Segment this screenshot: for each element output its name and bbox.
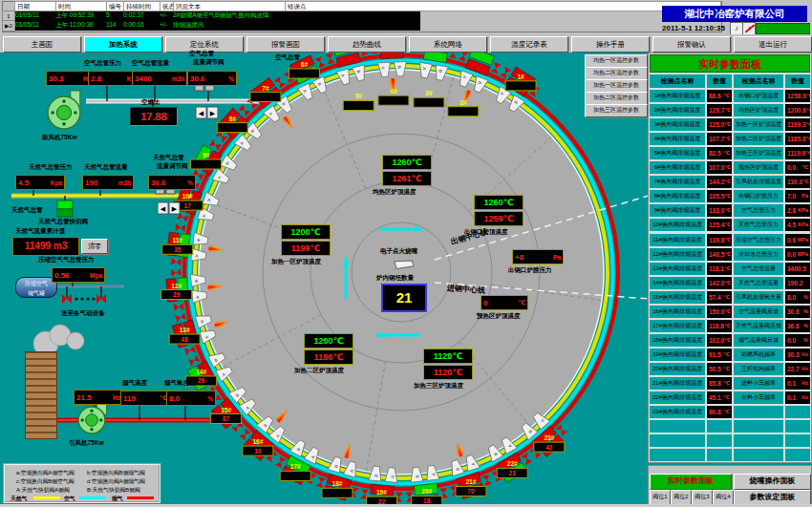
panel-point-value: 22.7Hz (785, 363, 810, 375)
panel-point-value: 190.2 (785, 277, 810, 289)
panel-point-name: 5#换向阀排烟温度 (650, 147, 705, 159)
panel-point-name: 出料小车频率 (734, 391, 783, 404)
menu-button-4[interactable]: 趋势曲线 (328, 36, 406, 53)
valve-adjust-button[interactable]: ▶ (169, 202, 180, 214)
gas-quick-valve-label: 天然气总管快切阀 (38, 218, 88, 226)
panel-point-name: 4#换向阀排烟温度 (650, 133, 705, 145)
zone-param-button-0[interactable]: 均热一区温控参数 (585, 54, 648, 68)
menu-button-6[interactable]: 温度记录表 (490, 36, 568, 53)
panel-point-value: 125.4℃ (707, 219, 732, 231)
panel-point-name: 助燃风机频率 (734, 349, 783, 361)
clear-totalizer-button[interactable]: 清零 (81, 239, 108, 254)
menu-button-5[interactable]: 系统网络 (409, 36, 487, 53)
valve-position-button-4[interactable]: 阀位4 (713, 490, 734, 505)
valve-adjust-button[interactable]: ◀ (158, 202, 168, 214)
panel-point-value (785, 420, 810, 433)
instrument-value: 30.3Hz (46, 71, 94, 86)
instrument-label: 压缩空气气总管压力 (38, 256, 95, 264)
panel-point-value: 0.0% (785, 334, 810, 347)
menu-button-0[interactable]: 主画面 (3, 36, 81, 53)
alarm-row[interactable]: 01/05/11上午 09:52:3950:02:37+/-2#烧嘴A侧空气B侧… (14, 11, 717, 20)
svg-text:A: A (196, 295, 199, 300)
panel-point-value (707, 420, 732, 433)
panel-point-name: 2#换向阀排烟温度 (650, 104, 705, 116)
zone-setpoint: 1200℃ (304, 333, 353, 349)
alarm-mute-icon[interactable]: ♪ (742, 22, 756, 35)
svg-text:B: B (195, 279, 198, 284)
value: 36.6 (151, 179, 166, 187)
valve-position-button-3[interactable]: 阀位3 (692, 490, 713, 505)
svg-text:87: 87 (223, 415, 230, 422)
value: 30.3 (49, 74, 64, 83)
panel-point-value: 0.0MPa (785, 248, 810, 261)
zone-temperature: 1120℃ (423, 365, 473, 380)
gas-quick-cut-valve[interactable] (57, 201, 73, 217)
settings-panel-button[interactable]: 参数设定面板 (734, 490, 811, 505)
instrument-value: 119℃ (120, 391, 170, 406)
panel-point-value: 80.8℃ (707, 406, 732, 418)
zone-label: 预热区炉顶温度 (477, 312, 521, 321)
alarm-field: 114 (106, 20, 116, 30)
panel-point-name (650, 434, 705, 447)
panel-point-value: 50.5℃ (707, 363, 732, 375)
panel-point-value: 36.6% (785, 320, 810, 332)
panel-point-value: 105.5℃ (707, 190, 732, 202)
scada-window: 日期时间编号持续时间状态消息文本错误点101/05/11上午 09:52:395… (0, 0, 812, 507)
panel-point-name: 天然气总管流量 (734, 277, 783, 289)
panel-point-value (785, 434, 810, 447)
svg-text:B: B (197, 238, 201, 243)
menu-bar: 主画面加热系统定位系统报警画面趋势曲线系统网络温度记录表操作手册报警确认退出运行 (0, 34, 812, 53)
alarm-field: 0:02:37 (123, 11, 144, 20)
value: 4.5 (18, 179, 29, 187)
instrument-value: 3400m3h (132, 71, 187, 86)
valve-adjust-button[interactable]: ▶ (207, 107, 218, 118)
panel-point-value: 45.1℃ (707, 391, 732, 404)
panel-point-name: 8#换向阀排烟温度 (650, 190, 705, 202)
panel-point-value: 107.7℃ (707, 133, 732, 145)
svg-text:13#: 13# (180, 327, 190, 333)
valve-position-button-2[interactable]: 阀位2 (671, 490, 692, 505)
realtime-panel-button[interactable]: 实时参数面板 (650, 474, 732, 490)
valve-position-button-1[interactable]: 阀位1 (650, 490, 671, 505)
svg-text:8#: 8# (229, 116, 237, 122)
zone-param-button-4[interactable]: 加热三区温控参数 (585, 104, 648, 117)
zone-param-button-3[interactable]: 加热二区温控参数 (585, 92, 648, 105)
svg-text:4#: 4# (390, 88, 397, 95)
menu-button-3[interactable]: 报警画面 (246, 36, 325, 53)
menu-button-7[interactable]: 操作手册 (571, 36, 650, 53)
panel-point-name: 出钢口炉顶温度 (734, 90, 783, 102)
panel-point-name: 加热三区炉顶温度 (734, 147, 783, 159)
panel-point-value (707, 434, 732, 447)
alarm-field: 01/05/11 (15, 11, 39, 20)
panel-point-name (650, 449, 705, 461)
svg-text:2#: 2# (459, 99, 467, 106)
svg-text:20#: 20# (421, 488, 432, 495)
panel-point-value (707, 449, 732, 461)
menu-button-8[interactable]: 报警确认 (652, 36, 731, 53)
instrument-label: 烟气温度 (122, 379, 147, 388)
panel-point-value: 57.4℃ (707, 291, 732, 304)
svg-text:▶: ▶ (172, 205, 178, 212)
svg-text:26: 26 (198, 377, 205, 384)
panel-point-value (785, 406, 810, 418)
panel-point-name: 9#换向阀排烟温度 (650, 204, 705, 217)
valve-adjust-button[interactable]: ◀ (196, 107, 206, 118)
zone-single-value: +8Pa (512, 249, 564, 264)
menu-button-9[interactable]: 退出运行 (734, 36, 812, 53)
panel-point-name: 17#换向阀排烟温度 (650, 320, 705, 332)
svg-text:6#: 6# (301, 61, 309, 68)
svg-text:10: 10 (254, 448, 262, 454)
zone-param-button-1[interactable]: 均热二区温控参数 (585, 67, 648, 80)
alarm-sound-icon[interactable]: ♪ (730, 22, 743, 35)
alarm-row[interactable]: 01/05/11上午 11:00:301140:00:16+/-排烟温度高 (14, 20, 717, 30)
svg-text:◀: ◀ (199, 110, 204, 116)
panel-point-name: 23#换向阀排烟温度 (650, 406, 705, 418)
billet-count-value: 21 (381, 284, 427, 312)
position-tag-1: 1# (505, 74, 536, 91)
burner-ops-panel-button[interactable]: 烧嘴操作面板 (734, 474, 811, 490)
legend-item: c:空烟换向阀B侧空气阀 (16, 477, 75, 486)
menu-button-1[interactable]: 加热系统 (84, 36, 162, 53)
panel-point-name: 22#换向阀排烟温度 (650, 391, 705, 404)
svg-text:29: 29 (173, 291, 181, 298)
zone-param-button-2[interactable]: 加热一区温控参数 (585, 79, 648, 93)
